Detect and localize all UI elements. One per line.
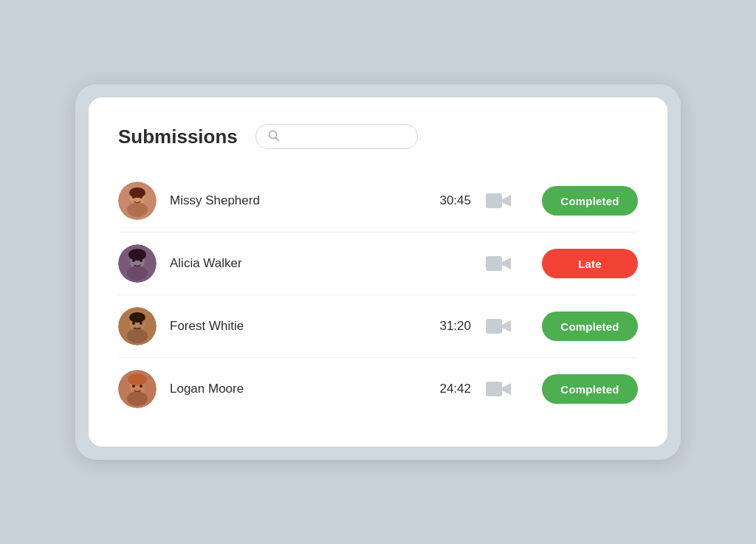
svg-point-21	[129, 312, 145, 323]
person-name-missy: Missy Shepherd	[170, 193, 419, 208]
page-title: Submissions	[118, 125, 238, 148]
video-icon-logan[interactable]	[484, 378, 512, 400]
duration-missy: 30:45	[419, 193, 471, 208]
svg-point-11	[127, 266, 148, 280]
svg-rect-30	[486, 382, 502, 396]
search-bar[interactable]	[255, 124, 418, 149]
svg-point-26	[127, 391, 148, 406]
status-badge-logan: Completed	[542, 374, 638, 404]
video-icon-alicia[interactable]	[484, 252, 512, 275]
submission-row[interactable]: Missy Shepherd30:45 Completed	[118, 170, 638, 233]
duration-logan: 24:42	[419, 382, 471, 396]
svg-rect-23	[486, 319, 502, 334]
submission-row[interactable]: Forest Whitie31:20 Completed	[118, 295, 638, 358]
video-icon-forest[interactable]	[484, 315, 512, 337]
person-name-alicia: Alicia Walker	[170, 256, 419, 271]
svg-point-4	[127, 202, 148, 217]
duration-forest: 31:20	[419, 319, 471, 334]
avatar-alicia	[118, 244, 157, 283]
svg-rect-22	[133, 328, 142, 329]
avatar-logan	[118, 370, 157, 408]
avatar-missy	[118, 182, 157, 220]
search-input[interactable]	[285, 131, 405, 142]
header-row: Submissions	[118, 124, 638, 149]
submission-row[interactable]: Alicia Walker Late	[118, 233, 638, 295]
submissions-list: Missy Shepherd30:45 Completed Alicia Wal…	[118, 170, 638, 420]
person-name-forest: Forest Whitie	[170, 319, 419, 334]
person-name-logan: Logan Moore	[170, 382, 419, 396]
submission-row[interactable]: Logan Moore24:42 Completed	[118, 358, 638, 420]
status-badge-forest: Completed	[542, 311, 638, 341]
svg-point-18	[127, 328, 148, 343]
inner-card: Submissions Missy Shepherd30:45	[89, 97, 667, 447]
svg-rect-15	[486, 256, 502, 271]
svg-point-7	[129, 187, 145, 198]
search-icon	[268, 130, 279, 143]
status-badge-missy: Completed	[542, 186, 638, 216]
avatar-forest	[118, 307, 157, 345]
video-icon-missy[interactable]	[484, 190, 512, 212]
status-badge-alicia: Late	[542, 249, 638, 278]
outer-card: Submissions Missy Shepherd30:45	[75, 84, 681, 460]
svg-rect-8	[486, 193, 502, 208]
svg-line-1	[275, 138, 278, 141]
svg-point-14	[128, 249, 146, 261]
